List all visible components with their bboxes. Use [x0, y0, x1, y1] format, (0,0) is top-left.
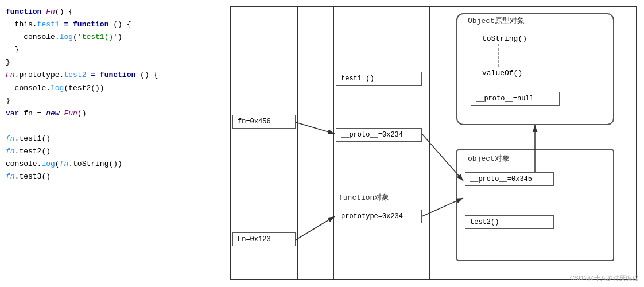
valueof-label: valueOf(): [482, 69, 522, 77]
diagram-area: fn=0x456 Fn=0x123 test1 () __proto__=0x2…: [212, 3, 643, 284]
proto-null-label: __proto__=null: [476, 95, 534, 103]
code-line-l13: console.log(fn.toString()): [6, 158, 207, 170]
code-line-l12: fn.test2(): [6, 145, 207, 158]
test2-box: test2(): [465, 215, 554, 229]
fn456-box: fn=0x456: [232, 115, 296, 129]
proto234-box: __proto__=0x234: [336, 128, 422, 142]
test2-label: test2(): [470, 218, 499, 226]
code-line-l4: }: [6, 44, 207, 56]
object-obj-title: object对象: [468, 153, 510, 164]
proto-null-box: __proto__=null: [471, 92, 560, 106]
code-line-l3: console.log('test1()'): [6, 31, 207, 44]
code-line-l2: this.test1 = function () {: [6, 18, 207, 31]
function-label: function对象: [339, 192, 389, 203]
prototype234-box: prototype=0x234: [336, 210, 422, 223]
proto234-label: __proto__=0x234: [341, 131, 403, 139]
test1-label: test1 (): [341, 75, 374, 83]
code-line-l9: var fn = new Fun(): [6, 107, 207, 120]
code-line-l5: }: [6, 56, 207, 69]
watermark: CSDN@十八岁讨厌编程: [570, 274, 638, 282]
object-proto-box: [456, 13, 614, 125]
tostring-label: toString(): [482, 34, 527, 43]
proto345-box: __proto__=0x345: [465, 172, 554, 186]
code-line-l14: fn.test3(): [6, 170, 207, 183]
proto345-label: __proto__=0x345: [470, 175, 532, 183]
col-mid-box: [333, 6, 430, 280]
code-line-l8: }: [6, 95, 207, 107]
code-line-l1: function Fn() {: [6, 6, 207, 18]
fn123-box: Fn=0x123: [232, 232, 296, 246]
prototype234-label: prototype=0x234: [341, 212, 403, 220]
code-line-l11: fn.test1(): [6, 133, 207, 145]
code-line-l7: console.log(test2()): [6, 82, 207, 95]
code-line-l10: [6, 120, 207, 133]
code-line-l6: Fn.prototype.test2 = function () {: [6, 69, 207, 82]
object-obj-box: [456, 149, 614, 261]
fn456-label: fn=0x456: [238, 118, 271, 126]
code-panel: function Fn() { this.test1 = function ()…: [0, 0, 212, 287]
object-proto-title: Object原型对象: [468, 15, 525, 26]
test1-box: test1 (): [336, 72, 422, 86]
fn123-label: Fn=0x123: [238, 235, 271, 243]
